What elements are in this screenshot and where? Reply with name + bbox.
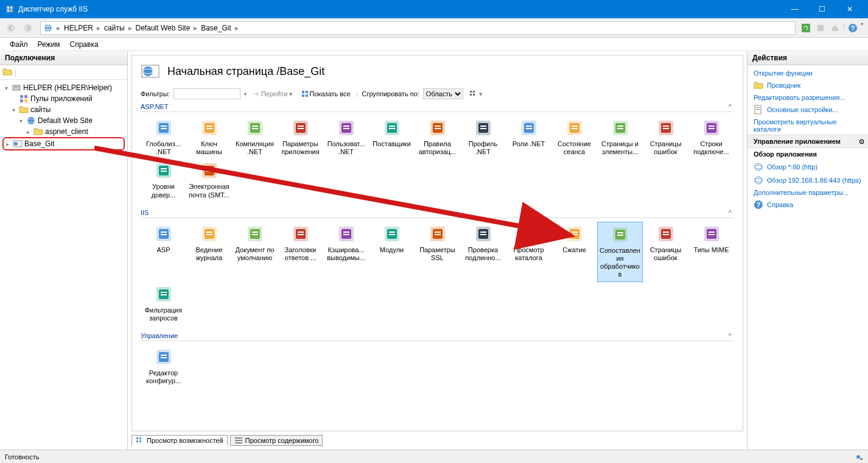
feature-item[interactable]: Параметры приложения xyxy=(278,116,323,158)
svg-rect-36 xyxy=(161,125,167,127)
tree-sites[interactable]: ▾ сайты xyxy=(2,104,125,115)
svg-point-7 xyxy=(44,24,52,32)
svg-rect-113 xyxy=(343,234,349,235)
feature-item[interactable]: ASP xyxy=(141,222,186,282)
svg-rect-33 xyxy=(473,94,475,96)
maximize-button[interactable]: ☐ xyxy=(808,0,836,18)
feature-item[interactable]: Электронная почта (SMT... xyxy=(186,158,232,201)
collapse-icon[interactable]: ^ xyxy=(729,332,732,339)
action-explorer[interactable]: Проводник xyxy=(747,79,868,92)
svg-rect-117 xyxy=(389,234,395,235)
action-edit-permissions[interactable]: Редактировать разрешения... xyxy=(747,92,868,103)
feature-item[interactable]: Проверка подлинно... xyxy=(460,222,506,282)
breadcrumb-item[interactable]: Base_Git xyxy=(198,24,233,32)
tree-apppools[interactable]: Пулы приложений xyxy=(2,93,125,104)
svg-rect-156 xyxy=(136,440,138,442)
back-button[interactable] xyxy=(2,21,19,35)
feature-item[interactable]: Поставщики xyxy=(369,116,415,158)
svg-point-24 xyxy=(143,66,153,76)
feature-item[interactable]: Редактор конфигур... xyxy=(141,345,186,387)
feature-item[interactable]: Правила авторизац... xyxy=(415,116,460,158)
svg-rect-163 xyxy=(756,109,760,110)
feature-item[interactable]: Состояние сеанса xyxy=(551,116,597,158)
breadcrumb-item[interactable]: Default Web Site xyxy=(133,24,193,32)
tree-aspnet-client[interactable]: ▸ aspnet_client xyxy=(2,126,125,137)
menu-mode[interactable]: Режим xyxy=(33,39,65,50)
feature-icon xyxy=(702,224,721,244)
feature-icon xyxy=(611,118,630,138)
action-view-vdirs[interactable]: Просмотреть виртуальные каталоги xyxy=(747,116,868,135)
feature-item[interactable]: Компиляция .NET xyxy=(232,116,278,158)
feature-item[interactable]: Страницы и элементы... xyxy=(597,116,643,158)
groupby-select[interactable]: Область xyxy=(423,88,463,99)
feature-item[interactable]: Ведение журнала xyxy=(186,222,232,282)
menu-file[interactable]: Файл xyxy=(5,39,33,50)
feature-item[interactable]: Пользоват... .NET xyxy=(323,116,369,158)
feature-item[interactable]: Просмотр каталога xyxy=(506,222,551,282)
feature-item[interactable]: Роли .NET xyxy=(506,116,551,158)
svg-point-170 xyxy=(856,455,860,459)
tab-content[interactable]: Просмотр содержимого xyxy=(230,435,323,446)
menu-help[interactable]: Справка xyxy=(65,39,103,50)
go-button[interactable]: Перейти ▾ xyxy=(250,90,295,99)
feature-item[interactable]: Уровни довер... xyxy=(141,158,186,201)
groupby-label: Сгруппировать по: xyxy=(362,90,419,97)
feature-item[interactable]: Ключ машины xyxy=(186,116,232,158)
tree-default-site[interactable]: ▾ Default Web Site xyxy=(2,115,125,126)
breadcrumb[interactable]: ▸ HELPER ▸ сайты ▸ Default Web Site ▸ Ba… xyxy=(40,21,796,35)
feature-item[interactable]: Заголовки ответов ... xyxy=(278,222,323,282)
showall-button[interactable]: Показать все xyxy=(299,90,353,98)
feature-item[interactable]: Строки подключе... xyxy=(688,116,734,158)
action-additional-params[interactable]: Дополнительные параметры... xyxy=(747,187,868,198)
section-iis[interactable]: IIS ^ xyxy=(141,208,734,218)
view-button[interactable]: ▾ xyxy=(467,90,485,99)
titlebar: Диспетчер служб IIS — ☐ ✕ xyxy=(0,0,868,18)
feature-item[interactable]: Модули xyxy=(369,222,415,282)
feature-icon xyxy=(154,285,173,304)
svg-rect-48 xyxy=(298,125,304,127)
filter-input[interactable] xyxy=(173,88,240,99)
filter-bar: Фильтры: ▾ Перейти ▾ Показать все | Сгру… xyxy=(141,88,734,99)
feature-item[interactable]: Параметры SSL xyxy=(415,222,460,282)
feature-icon xyxy=(565,224,584,244)
section-aspnet[interactable]: ASP.NET ^ xyxy=(141,102,734,112)
feature-label: Заголовки ответов ... xyxy=(279,246,322,262)
action-browse-http[interactable]: Обзор *:80 (http) xyxy=(747,160,868,174)
minimize-button[interactable]: — xyxy=(781,0,808,18)
action-open-feature[interactable]: Открытие функции xyxy=(747,68,868,79)
breadcrumb-item[interactable]: HELPER xyxy=(61,24,96,32)
action-browse-https[interactable]: Обзор 192.168.1.86:443 (https) xyxy=(747,174,868,187)
action-help[interactable]: ? Справка xyxy=(747,198,868,211)
action-basic-settings[interactable]: Основные настройки... xyxy=(747,103,868,116)
tree-base-git[interactable]: ▸ Base_Git xyxy=(2,137,125,150)
feature-item[interactable]: Типы MIME xyxy=(688,222,734,282)
feature-item[interactable]: Документ по умолчанию xyxy=(232,222,278,282)
feature-item[interactable]: Страницы ошибок xyxy=(643,116,688,158)
tab-features[interactable]: Просмотр возможностей xyxy=(131,435,228,446)
help-button[interactable]: ? xyxy=(846,21,859,35)
collapse-icon[interactable]: ⊙ xyxy=(859,138,864,146)
forward-button[interactable] xyxy=(19,21,37,35)
collapse-icon[interactable]: ^ xyxy=(729,103,732,110)
breadcrumb-item[interactable]: сайты xyxy=(102,24,127,32)
connections-tree: ▾ HELPER (HELPER\Helper) Пулы приложений… xyxy=(0,80,127,153)
feature-item[interactable]: Сопоставления обработчиков xyxy=(597,222,643,282)
feature-item[interactable]: Профиль .NET xyxy=(460,116,506,158)
feature-item[interactable]: Страницы ошибок xyxy=(643,222,688,282)
feature-item[interactable]: Кэширова... выводимы... xyxy=(323,222,369,282)
stop-button[interactable] xyxy=(814,21,827,35)
folder-icon[interactable] xyxy=(2,67,12,77)
home-button[interactable] xyxy=(828,21,842,35)
globe-icon xyxy=(754,175,763,185)
feature-item[interactable]: Сжатие xyxy=(551,222,597,282)
refresh-button[interactable] xyxy=(799,21,813,35)
feature-item[interactable]: Фильтрация запросов xyxy=(141,282,186,325)
feature-icon xyxy=(611,225,630,244)
close-button[interactable]: ✕ xyxy=(836,0,863,18)
section-management[interactable]: Управление ^ xyxy=(141,331,734,341)
svg-rect-159 xyxy=(235,440,242,441)
center-panel: Начальная страница /Base_Git Фильтры: ▾ … xyxy=(128,51,747,450)
tree-root[interactable]: ▾ HELPER (HELPER\Helper) xyxy=(2,82,125,93)
collapse-icon[interactable]: ^ xyxy=(729,209,732,216)
feature-item[interactable]: Глобализ... .NET xyxy=(141,116,186,158)
